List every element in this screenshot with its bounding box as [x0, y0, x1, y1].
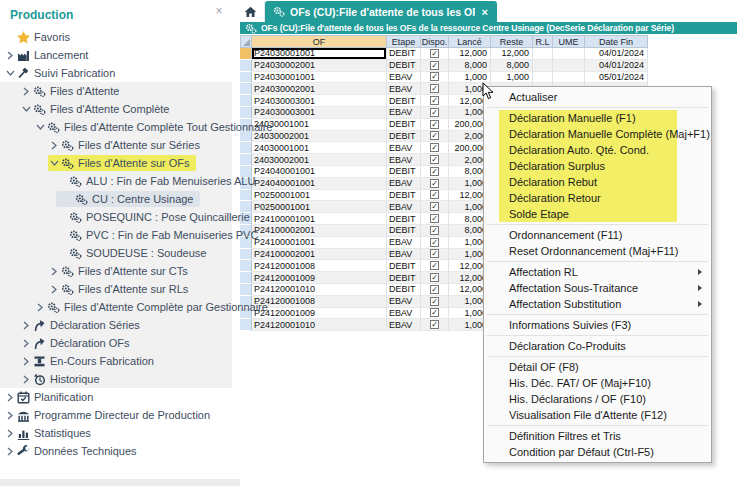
menu-item-declaration-auto-qte-cond[interactable]: Déclaration Auto. Qté. Cond.	[499, 142, 677, 158]
chevron-down-icon[interactable]	[34, 121, 46, 133]
table-corner-cell[interactable]	[240, 35, 252, 48]
table-row[interactable]: P24030002001DEBIT✓8,0008,00004/01/2024	[240, 60, 649, 72]
cell-rl[interactable]	[533, 60, 553, 72]
sidebar-item-alu[interactable]: ALU : Fin de Fab Menuiseries ALU	[0, 172, 232, 190]
cell-ume[interactable]	[553, 72, 585, 84]
cell-date-fin[interactable]: 05/01/2024	[585, 72, 648, 84]
cell-etape[interactable]: EBAV	[387, 249, 421, 261]
menu-item-declaration-surplus[interactable]: Déclaration Surplus	[499, 158, 677, 174]
cell-dispo[interactable]: ✓	[421, 308, 449, 320]
cell-etape[interactable]: EBAV	[387, 178, 421, 190]
cell-etape[interactable]: DEBIT	[387, 95, 421, 107]
chevron-right-icon[interactable]	[20, 373, 32, 385]
cell-of[interactable]: P0250001001	[252, 201, 387, 213]
sidebar-item-historique[interactable]: Historique	[0, 370, 232, 388]
menu-item-affectation-substitution[interactable]: Affectation Substitution	[484, 296, 711, 312]
row-selector[interactable]	[240, 272, 252, 284]
cell-reste[interactable]: 8,000	[491, 60, 533, 72]
cell-date-fin[interactable]: 04/01/2024	[585, 48, 648, 60]
cell-etape[interactable]: DEBIT	[387, 131, 421, 143]
cell-of[interactable]: P24120001010	[252, 319, 387, 331]
dispo-checkbox[interactable]: ✓	[430, 155, 439, 164]
cell-of[interactable]: P24030003001	[252, 107, 387, 119]
cell-of[interactable]: P24030001001	[252, 48, 387, 60]
dispo-checkbox[interactable]: ✓	[430, 261, 439, 270]
cell-of[interactable]: P24030002001	[252, 83, 387, 95]
cell-rl[interactable]	[533, 72, 553, 84]
cell-of[interactable]: P24100002001	[252, 225, 387, 237]
menu-item-declaration-rebut[interactable]: Déclaration Rebut	[499, 174, 677, 190]
cell-etape[interactable]: EBAV	[387, 237, 421, 249]
cell-dispo[interactable]: ✓	[421, 60, 449, 72]
row-selector[interactable]	[240, 284, 252, 296]
row-selector[interactable]	[240, 142, 252, 154]
cell-of[interactable]: P24030002001	[252, 60, 387, 72]
dispo-checkbox[interactable]: ✓	[430, 308, 439, 317]
cell-dispo[interactable]: ✓	[421, 107, 449, 119]
chevron-right-icon[interactable]	[48, 283, 60, 295]
tab-home[interactable]	[240, 1, 265, 22]
column-header-lanc-[interactable]: Lancé	[449, 35, 491, 48]
menu-item-condition-par-defaut-ctrl-f5[interactable]: Condition par Défaut (Ctrl-F5)	[484, 444, 711, 460]
sidebar-close-icon[interactable]: ×	[212, 4, 226, 18]
dispo-checkbox[interactable]: ✓	[430, 273, 439, 282]
row-selector[interactable]	[240, 72, 252, 84]
cell-of[interactable]: P24030003001	[252, 95, 387, 107]
sidebar-item-posequinc[interactable]: POSEQUINC : Pose Quincaillerie	[0, 208, 232, 226]
cell-dispo[interactable]: ✓	[421, 213, 449, 225]
sidebar-item-declaration-series[interactable]: Déclaration Séries	[0, 316, 232, 334]
cell-rl[interactable]	[533, 48, 553, 60]
row-selector[interactable]	[240, 260, 252, 272]
cell-dispo[interactable]: ✓	[421, 178, 449, 190]
cell-dispo[interactable]: ✓	[421, 48, 449, 60]
menu-item-affectation-sous-traitance[interactable]: Affectation Sous-Traitance	[484, 280, 711, 296]
menu-item-reset-ordonnancement-maj-f11[interactable]: Reset Ordonnancement (Maj+F11)	[484, 243, 711, 259]
dispo-checkbox[interactable]: ✓	[430, 61, 439, 70]
chevron-right-icon[interactable]	[34, 301, 46, 313]
cell-etape[interactable]: EBAV	[387, 142, 421, 154]
column-header-etape[interactable]: Etape	[387, 35, 421, 48]
cell-dispo[interactable]: ✓	[421, 131, 449, 143]
cell-dispo[interactable]: ✓	[421, 95, 449, 107]
cell-of[interactable]: P24030001001	[252, 72, 387, 84]
cell-etape[interactable]: DEBIT	[387, 272, 421, 284]
sidebar-item-fac-tout-gestionnaire[interactable]: Files d'Attente Complète Tout Gestionnai…	[0, 118, 232, 136]
chevron-down-icon[interactable]	[4, 67, 16, 79]
dispo-checkbox[interactable]: ✓	[430, 84, 439, 93]
cell-dispo[interactable]: ✓	[421, 119, 449, 131]
cell-etape[interactable]: DEBIT	[387, 166, 421, 178]
cell-dispo[interactable]: ✓	[421, 249, 449, 261]
menu-item-declaration-retour[interactable]: Déclaration Retour	[499, 190, 677, 206]
sidebar-item-soudeuse[interactable]: SOUDEUSE : Soudeuse	[0, 244, 232, 262]
chevron-right-icon[interactable]	[48, 139, 60, 151]
chevron-right-icon[interactable]	[4, 445, 16, 457]
sidebar-item-files-attente[interactable]: Files d'Attente	[0, 82, 232, 100]
cell-reste[interactable]: 12,000	[491, 48, 533, 60]
sidebar-item-planification[interactable]: Planification	[0, 388, 232, 406]
cell-etape[interactable]: EBAV	[387, 319, 421, 331]
sidebar-item-files-attente-complete[interactable]: Files d'Attente Complète	[0, 100, 232, 118]
column-header-r-l[interactable]: R.L	[533, 35, 553, 48]
cell-dispo[interactable]: ✓	[421, 154, 449, 166]
column-header-ume[interactable]: UME	[553, 35, 585, 48]
dispo-checkbox[interactable]: ✓	[430, 179, 439, 188]
cell-etape[interactable]: EBAV	[387, 72, 421, 84]
cell-ume[interactable]	[553, 48, 585, 60]
column-header-dispo-[interactable]: Dispo.	[421, 35, 449, 48]
chevron-right-icon[interactable]	[4, 49, 16, 61]
cell-of[interactable]: P24100001001	[252, 213, 387, 225]
cell-of[interactable]: P24100002001	[252, 249, 387, 261]
cell-etape[interactable]: DEBIT	[387, 213, 421, 225]
sidebar-item-fa-sur-series[interactable]: Files d'Attente sur Séries	[0, 136, 232, 154]
cell-dispo[interactable]: ✓	[421, 272, 449, 284]
cell-of[interactable]: P24100001001	[252, 237, 387, 249]
sidebar-item-favoris[interactable]: Favoris	[0, 28, 232, 46]
sidebar-item-pvc[interactable]: PVC : Fin de Fab Menuiseries PVC	[0, 226, 232, 244]
chevron-right-icon[interactable]	[20, 337, 32, 349]
cell-of[interactable]: P24040001001	[252, 166, 387, 178]
cell-etape[interactable]: DEBIT	[387, 260, 421, 272]
cell-dispo[interactable]: ✓	[421, 225, 449, 237]
sidebar-item-statistiques[interactable]: Statistiques	[0, 424, 232, 442]
dispo-checkbox[interactable]: ✓	[430, 120, 439, 129]
cell-dispo[interactable]: ✓	[421, 166, 449, 178]
